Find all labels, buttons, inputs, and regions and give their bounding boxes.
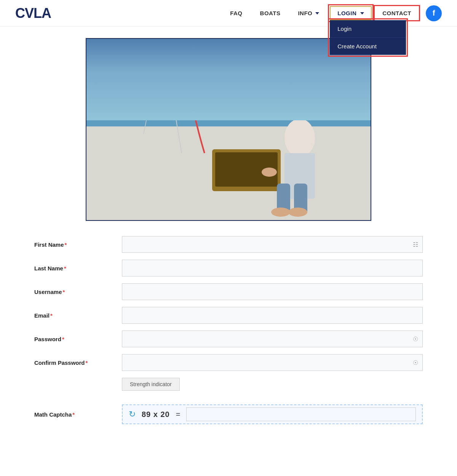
email-required: * — [50, 312, 53, 319]
password-input[interactable] — [122, 331, 423, 347]
svg-point-7 — [284, 119, 315, 157]
hero-scene-svg — [86, 39, 371, 221]
login-dropdown-menu: Login Create Account — [330, 20, 406, 55]
password-row: Password* ☉ — [34, 331, 423, 347]
first-name-row: First Name* ☷ — [34, 236, 423, 253]
confirm-password-row: Confirm Password* ☉ — [34, 354, 423, 371]
first-name-wrapper: ☷ — [122, 236, 423, 253]
last-name-row: Last Name* — [34, 260, 423, 276]
svg-point-13 — [262, 168, 277, 177]
svg-rect-1 — [86, 107, 371, 126]
nav-link-faq[interactable]: FAQ — [223, 7, 249, 19]
nav-links: FAQ BOATS INFO LOGIN Login Create Accoun… — [223, 5, 442, 21]
last-name-label: Last Name* — [34, 265, 122, 272]
strength-indicator-button[interactable]: Strength indicator — [122, 378, 180, 391]
nav-contact-link[interactable]: CONTACT — [376, 7, 418, 19]
navbar: CVLA FAQ BOATS INFO LOGIN Login Create A… — [0, 0, 457, 27]
hero-image — [86, 38, 371, 221]
password-wrapper: ☉ — [122, 331, 423, 347]
confirm-password-required: * — [86, 359, 88, 366]
nav-info-label: INFO — [298, 10, 312, 16]
last-name-required: * — [64, 265, 66, 272]
svg-rect-14 — [86, 100, 371, 103]
facebook-icon: f — [433, 9, 435, 18]
captcha-refresh-icon[interactable]: ↻ — [129, 409, 136, 419]
confirm-password-wrapper: ☉ — [122, 354, 423, 371]
email-row: Email* — [34, 307, 423, 324]
captcha-box: ↻ 89 x 20 = — [122, 404, 423, 424]
username-input[interactable] — [122, 283, 423, 300]
nav-logo[interactable]: CVLA — [15, 5, 51, 21]
password-required: * — [62, 336, 64, 342]
svg-point-12 — [288, 208, 307, 217]
dropdown-create-account-item[interactable]: Create Account — [330, 38, 406, 55]
login-button-label: LOGIN — [337, 10, 356, 16]
captcha-row: Math Captcha* ↻ 89 x 20 = — [34, 404, 423, 424]
password-eye-icon[interactable]: ☉ — [413, 335, 418, 343]
captcha-math-expression: 89 x 20 — [142, 410, 170, 419]
svg-line-4 — [144, 39, 163, 134]
nav-link-info[interactable]: INFO — [291, 7, 326, 19]
facebook-button[interactable]: f — [426, 5, 442, 21]
captcha-required: * — [72, 411, 75, 418]
svg-rect-15 — [86, 105, 371, 107]
dropdown-login-item[interactable]: Login — [330, 20, 406, 38]
login-dropdown-wrapper: LOGIN Login Create Account — [330, 6, 372, 20]
login-chevron-icon — [360, 12, 364, 14]
username-label: Username* — [34, 289, 122, 295]
captcha-label: Math Captcha* — [34, 411, 122, 418]
nav-login-button[interactable]: LOGIN — [330, 6, 372, 20]
first-name-required: * — [65, 241, 67, 248]
first-name-label: First Name* — [34, 241, 122, 248]
captcha-answer-input[interactable] — [186, 407, 416, 421]
confirm-password-eye-icon[interactable]: ☉ — [413, 359, 418, 366]
username-required: * — [63, 289, 65, 295]
strength-indicator-row: Strength indicator — [34, 378, 423, 398]
email-input[interactable] — [122, 307, 423, 324]
confirm-password-input[interactable] — [122, 354, 423, 371]
password-label: Password* — [34, 336, 122, 342]
last-name-input[interactable] — [122, 260, 423, 276]
first-name-input[interactable] — [122, 236, 423, 253]
email-label: Email* — [34, 312, 122, 319]
nav-link-boats[interactable]: BOATS — [253, 7, 288, 19]
hero-section — [0, 27, 457, 225]
registration-form: First Name* ☷ Last Name* Username* Email… — [19, 236, 438, 424]
confirm-password-label: Confirm Password* — [34, 359, 122, 366]
svg-rect-0 — [86, 39, 371, 123]
id-card-icon: ☷ — [413, 241, 418, 248]
captcha-equals-sign: = — [176, 410, 181, 419]
svg-point-11 — [271, 208, 290, 217]
username-row: Username* — [34, 283, 423, 300]
chevron-down-icon — [315, 12, 319, 14]
